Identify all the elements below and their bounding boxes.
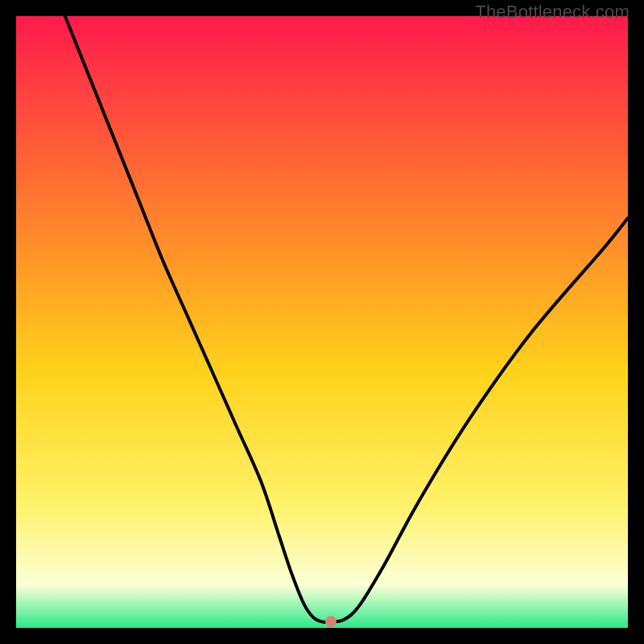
watermark-text: TheBottleneck.com — [475, 2, 630, 23]
curve-layer — [16, 16, 628, 628]
optimal-point-marker — [325, 616, 336, 627]
chart-frame: TheBottleneck.com — [0, 0, 644, 644]
plot-area — [16, 16, 628, 628]
bottleneck-curve — [65, 16, 628, 622]
